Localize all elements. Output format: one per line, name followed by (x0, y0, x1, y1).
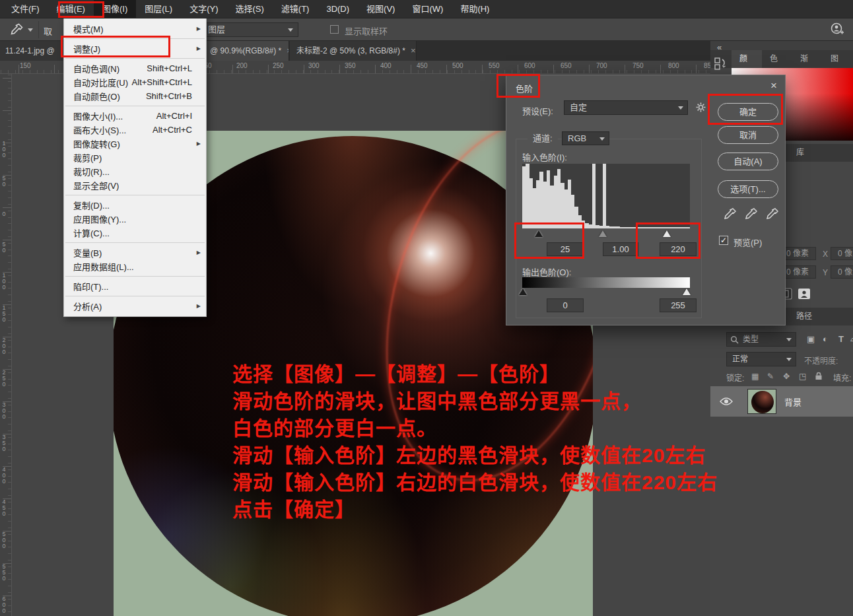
menubar-item-8[interactable]: 3D(D) (318, 0, 358, 18)
black-point-eyedropper-icon[interactable] (723, 207, 737, 222)
preset-dropdown[interactable]: 自定 (564, 100, 688, 115)
menubar-item-1[interactable]: 文件(F) (3, 0, 48, 18)
layer-row-background[interactable]: 背景 (710, 386, 853, 417)
workspace-icon[interactable] (714, 57, 727, 71)
close-icon[interactable]: × (770, 79, 777, 92)
highlight-box-white-slider (636, 222, 700, 259)
menubar-item-11[interactable]: 帮助(H) (452, 0, 498, 18)
blend-mode-dropdown[interactable]: 正常 (726, 352, 796, 366)
ruler-label: 700 (596, 62, 607, 69)
close-tab-icon[interactable]: × (411, 41, 416, 61)
histogram-bar (631, 227, 634, 228)
chevron-down-icon (786, 338, 792, 341)
image-menu-item-16[interactable]: 应用数据组(L)... (64, 259, 206, 273)
tab-图案[interactable]: 图案 (823, 50, 853, 68)
lock-artboard-icon[interactable]: ◳ (799, 372, 806, 381)
filter-shape-icon[interactable]: ▱ (850, 334, 853, 344)
gray-point-eyedropper-icon[interactable] (744, 207, 759, 222)
input-gamma-slider[interactable] (599, 230, 607, 237)
tab-paths[interactable]: 路径 (788, 308, 820, 325)
channel-dropdown[interactable]: RGB (562, 131, 609, 145)
lock-position-icon[interactable]: ✥ (783, 372, 790, 381)
cancel-button[interactable]: 取消 (718, 126, 778, 144)
image-menu-item-10[interactable]: 裁切(R)... (64, 164, 206, 178)
histogram (522, 164, 690, 228)
person-icon[interactable] (798, 288, 811, 300)
ruler-label: 650 (561, 62, 572, 69)
tab-libraries[interactable]: 库 (788, 144, 812, 162)
output-black-slider[interactable] (519, 289, 527, 295)
lock-all-icon[interactable] (815, 372, 823, 382)
menu-item-shortcut: Alt+Ctrl+I (156, 111, 200, 121)
menu-separator (64, 293, 206, 299)
image-menu-item-17[interactable]: 陷印(T)... (64, 279, 206, 293)
channel-label: 通道: (533, 133, 553, 143)
image-menu-item-3[interactable]: 自动色调(N)Shift+Ctrl+L (64, 61, 206, 75)
menu-separator (64, 103, 206, 109)
image-menu-item-12[interactable]: 复制(D)... (64, 198, 206, 212)
collapse-panels-icon[interactable]: « (717, 42, 722, 52)
filter-pixel-icon[interactable]: ▣ (807, 334, 815, 344)
output-white-value[interactable]: 255 (660, 298, 697, 312)
output-gradient-bar (522, 277, 690, 288)
options-button[interactable]: 选项(T)... (718, 180, 778, 198)
preview-checkbox[interactable]: ✓ (719, 236, 728, 245)
output-levels-label: 输出色阶(O): (522, 265, 571, 278)
layer-thumbnail[interactable] (747, 389, 776, 414)
document-tab-3[interactable]: 未标题-2 @ 50% (3, RGB/8#) *× (290, 41, 417, 61)
image-menu-item-6[interactable]: 图像大小(I)...Alt+Ctrl+I (64, 109, 206, 123)
highlight-box-levels-title (496, 74, 540, 98)
menu-item-label: 自动色调(N) (73, 62, 119, 75)
image-menu-item-8[interactable]: 图像旋转(G)▶ (64, 137, 206, 151)
info-x-field[interactable]: 0 像素 (831, 247, 853, 260)
tab-渐变[interactable]: 渐变 (792, 50, 823, 68)
show-sampling-ring-checkbox[interactable] (330, 25, 339, 34)
histogram-bar (613, 226, 617, 228)
user-add-icon[interactable] (829, 22, 845, 38)
lock-pixels-icon[interactable]: ✎ (767, 372, 774, 381)
annotation-line-6: 点击【确定】 (232, 496, 718, 523)
layer-visibility-eye-icon[interactable] (720, 397, 733, 406)
image-menu-item-13[interactable]: 应用图像(Y)... (64, 212, 206, 226)
menubar-item-5[interactable]: 文字(Y) (181, 0, 226, 18)
output-black-value[interactable]: 0 (547, 298, 584, 312)
lock-transparency-icon[interactable]: ▦ (751, 372, 759, 381)
layer-filter-dropdown[interactable]: 类型 (726, 332, 796, 347)
info-y-field[interactable]: 0 像素 (831, 265, 853, 279)
menubar-item-10[interactable]: 窗口(W) (403, 0, 452, 18)
input-gamma-value[interactable]: 1.00 (603, 242, 638, 256)
histogram-bar (624, 227, 627, 228)
tool-dropdown-chevron-icon[interactable] (28, 28, 33, 32)
image-menu-item-5[interactable]: 自动颜色(O)Shift+Ctrl+B (64, 89, 206, 103)
menubar-item-4[interactable]: 图层(L) (136, 0, 181, 18)
menubar-item-9[interactable]: 视图(V) (358, 0, 403, 18)
blend-mode-value: 正常 (732, 355, 748, 364)
image-menu-item-1[interactable]: 模式(M)▶ (64, 22, 206, 36)
image-menu-item-4[interactable]: 自动对比度(U)Alt+Shift+Ctrl+L (64, 75, 206, 89)
histogram-bar (609, 226, 613, 228)
close-tab-icon[interactable]: × (287, 41, 289, 61)
image-menu-item-7[interactable]: 画布大小(S)...Alt+Ctrl+C (64, 123, 206, 137)
ruler-label: 500 (452, 62, 463, 69)
image-menu-item-15[interactable]: 变量(B)▶ (64, 246, 206, 259)
filter-type-icon[interactable]: T (838, 334, 844, 344)
tab-颜色[interactable]: 颜色 (732, 50, 762, 68)
white-point-eyedropper-icon[interactable] (765, 207, 780, 222)
menubar-item-6[interactable]: 选择(S) (226, 0, 272, 18)
image-menu-item-11[interactable]: 显示全部(V) (64, 178, 206, 192)
ruler-label: 350 (1, 434, 7, 452)
tab-色板[interactable]: 色板 (762, 50, 792, 68)
opacity-label: 不透明度: (804, 355, 838, 366)
auto-button[interactable]: 自动(A) (718, 153, 778, 170)
menu-item-label: 显示全部(V) (73, 179, 119, 191)
ruler-label: 800 (668, 62, 679, 69)
eyedropper-tool-icon[interactable] (9, 22, 24, 37)
image-menu-item-18[interactable]: 分析(A)▶ (64, 299, 206, 313)
menubar-item-7[interactable]: 滤镜(T) (273, 0, 318, 18)
ruler-label: 200 (1, 337, 7, 355)
gear-icon[interactable] (696, 102, 706, 112)
output-white-slider[interactable] (683, 289, 691, 295)
image-menu-item-14[interactable]: 计算(C)... (64, 226, 206, 240)
image-menu-item-9[interactable]: 裁剪(P) (64, 151, 206, 164)
filter-adjustment-icon[interactable]: ◐ (823, 334, 828, 344)
